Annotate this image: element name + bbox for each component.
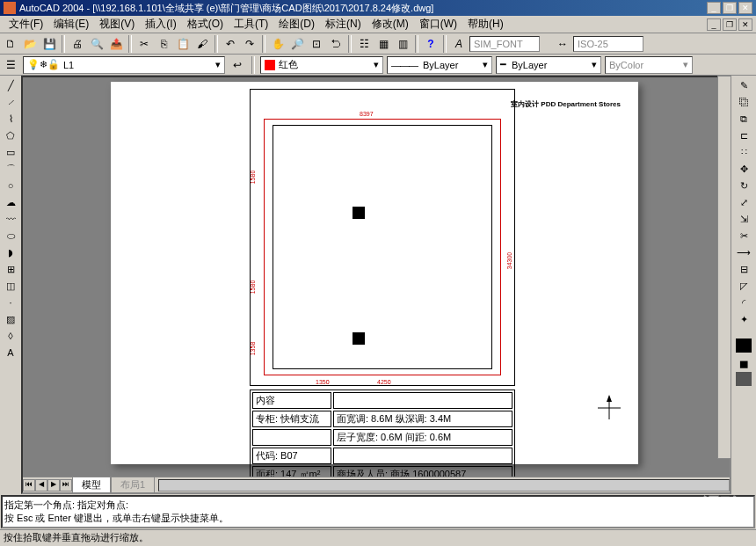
layer-manager-icon[interactable]: ☰ (2, 56, 19, 74)
zoom-prev-icon[interactable]: ⮌ (327, 35, 345, 53)
tab-first-icon[interactable]: ⏮ (23, 479, 35, 491)
menu-format[interactable]: 格式(O) (182, 17, 229, 32)
menu-dimension[interactable]: 标注(N) (320, 17, 367, 32)
menu-insert[interactable]: 插入(I) (140, 17, 181, 32)
text-style-dropdown[interactable]: SIM_FONT (469, 36, 540, 52)
insert-block-icon[interactable]: ⊞ (2, 261, 19, 277)
line-icon[interactable]: ╱ (2, 77, 19, 93)
tab-model[interactable]: 模型 (72, 477, 111, 493)
drawing-area[interactable]: 室内设计 PDD Department Stores 8397 1350 425… (21, 76, 731, 494)
ellipse-icon[interactable]: ⬭ (2, 228, 19, 244)
redo-icon[interactable]: ↷ (241, 35, 258, 53)
copy-icon[interactable]: ⎘ (155, 35, 172, 53)
rectangle-icon[interactable]: ▭ (2, 144, 19, 160)
undo-icon[interactable]: ↶ (222, 35, 239, 53)
menu-bar: 文件(F) 编辑(E) 视图(V) 插入(I) 格式(O) 工具(T) 绘图(D… (0, 16, 756, 33)
tab-prev-icon[interactable]: ◀ (35, 479, 47, 491)
tool-palette-icon[interactable]: ▥ (394, 35, 411, 53)
polygon-icon[interactable]: ⬠ (2, 127, 19, 143)
zoom-rt-icon[interactable]: 🔎 (288, 35, 306, 53)
doc-close-button[interactable]: ✕ (738, 18, 752, 31)
print-icon[interactable]: 🖨 (69, 35, 86, 53)
vscrollbar[interactable] (717, 76, 731, 459)
break-icon[interactable]: ⊟ (735, 261, 752, 277)
scale-icon[interactable]: ⤢ (735, 194, 752, 210)
color-grey-icon[interactable] (735, 371, 752, 387)
preview-icon[interactable]: 🔍 (88, 35, 105, 53)
hscrollbar[interactable] (158, 479, 730, 491)
color-dropdown[interactable]: 红色 (260, 56, 383, 74)
plotstyle-dropdown[interactable]: ByColor (605, 56, 693, 74)
polyline-icon[interactable]: ⌇ (2, 111, 19, 127)
pan-icon[interactable]: ✋ (269, 35, 287, 53)
stretch-icon[interactable]: ⇲ (735, 211, 752, 227)
minimize-button[interactable]: _ (707, 2, 721, 14)
chamfer-icon[interactable]: ◸ (735, 278, 752, 294)
save-icon[interactable]: 💾 (40, 35, 58, 53)
menu-edit[interactable]: 编辑(E) (48, 17, 94, 32)
erase-icon[interactable]: ✎ (735, 77, 752, 93)
help-icon[interactable]: ? (422, 35, 440, 53)
offset-icon[interactable]: ⊏ (735, 127, 752, 143)
match-icon[interactable]: 🖌 (193, 35, 211, 53)
open-icon[interactable]: 📂 (21, 35, 39, 53)
arc-icon[interactable]: ⌒ (2, 161, 19, 177)
layer-dropdown[interactable]: 💡 ❄ 🔓 L1 (23, 56, 225, 74)
mtext-icon[interactable]: A (2, 345, 19, 360)
menu-view[interactable]: 视图(V) (94, 17, 140, 32)
layer-lock-icon: 🔓 (47, 59, 60, 70)
array-icon[interactable]: ∷ (735, 144, 752, 160)
tab-last-icon[interactable]: ⏭ (60, 479, 72, 491)
point-icon[interactable]: · (2, 295, 19, 310)
tab-next-icon[interactable]: ▶ (47, 479, 60, 491)
paste-icon[interactable]: 📋 (174, 35, 192, 53)
extend-icon[interactable]: ⟶ (735, 244, 752, 260)
color-control-icon[interactable]: ▅ (735, 354, 752, 370)
menu-window[interactable]: 窗口(W) (414, 17, 462, 32)
properties-icon[interactable]: ☷ (355, 35, 373, 53)
menu-draw[interactable]: 绘图(D) (273, 17, 320, 32)
command-line[interactable]: 指定第一个角点: 指定对角点: 按 Esc 或 Enter 键退出，或单击右键显… (1, 495, 755, 528)
close-button[interactable]: ✕ (738, 2, 752, 14)
doc-minimize-button[interactable]: _ (707, 18, 721, 31)
region-icon[interactable]: ◊ (2, 328, 19, 344)
text-style-icon[interactable]: A (450, 35, 468, 53)
fillet-icon[interactable]: ◜ (735, 295, 752, 310)
copy-obj-icon[interactable]: ⿻ (735, 94, 752, 110)
column-marker (353, 332, 365, 345)
move-icon[interactable]: ✥ (735, 161, 752, 177)
column-marker (353, 207, 365, 219)
xline-icon[interactable]: ⟋ (2, 94, 19, 110)
status-message: 按住拾取键并垂直拖动进行缩放。 (4, 531, 149, 544)
menu-help[interactable]: 帮助(H) (462, 17, 509, 32)
publish-icon[interactable]: 📤 (107, 35, 125, 53)
zoom-win-icon[interactable]: ⊡ (308, 35, 325, 53)
new-icon[interactable]: 🗋 (2, 35, 19, 53)
layer-prev-icon[interactable]: ↩ (229, 56, 246, 74)
dim-style-icon[interactable]: ↔ (554, 35, 571, 53)
layout-tabs: ⏮ ◀ ▶ ⏭ 模型 布局1 (23, 477, 730, 492)
mirror-icon[interactable]: ⧉ (735, 111, 752, 127)
hatch-icon[interactable]: ▨ (2, 311, 19, 327)
lineweight-dropdown[interactable]: ━ByLayer (496, 56, 601, 74)
color-black-icon[interactable] (735, 338, 752, 353)
trim-icon[interactable]: ✂ (735, 228, 752, 244)
doc-maximize-button[interactable]: ❐ (723, 18, 737, 31)
dimension-text: 1350 (316, 379, 330, 385)
revcloud-icon[interactable]: ☁ (2, 194, 19, 210)
maximize-button[interactable]: ❐ (723, 2, 737, 14)
spline-icon[interactable]: 〰 (2, 211, 19, 227)
linetype-dropdown[interactable]: ———ByLayer (387, 56, 492, 74)
menu-modify[interactable]: 修改(M) (367, 17, 414, 32)
menu-file[interactable]: 文件(F) (4, 17, 48, 32)
ellipse-arc-icon[interactable]: ◗ (2, 244, 19, 260)
cut-icon[interactable]: ✂ (135, 35, 153, 53)
rotate-icon[interactable]: ↻ (735, 178, 752, 193)
tab-layout1[interactable]: 布局1 (111, 477, 155, 493)
design-center-icon[interactable]: ▦ (374, 35, 392, 53)
menu-tools[interactable]: 工具(T) (229, 17, 273, 32)
make-block-icon[interactable]: ◫ (2, 278, 19, 294)
explode-icon[interactable]: ✦ (735, 311, 752, 327)
dim-style-dropdown[interactable]: ISO-25 (573, 36, 643, 52)
circle-icon[interactable]: ○ (2, 178, 19, 193)
